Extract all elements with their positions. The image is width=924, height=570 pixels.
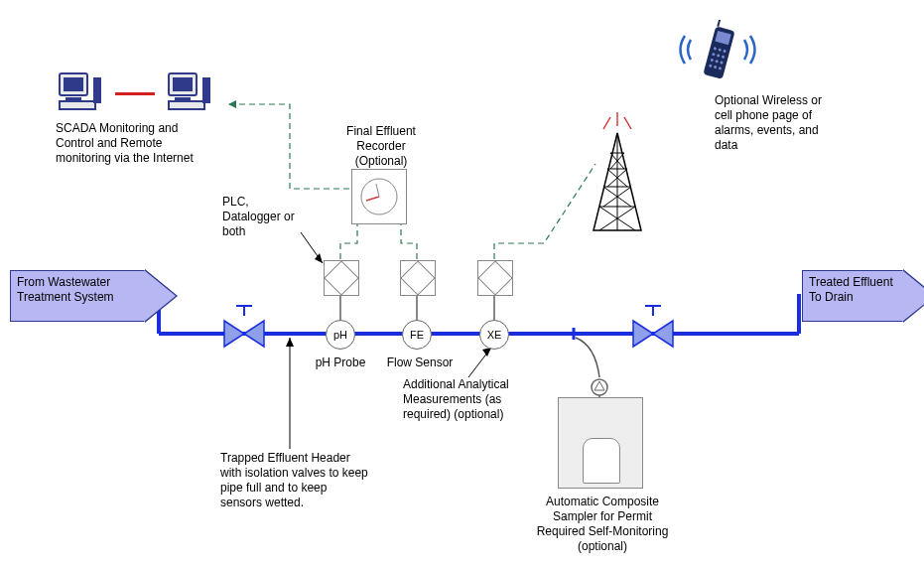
xe-sensor: XE [479, 320, 509, 350]
flow-sensor-code: FE [410, 329, 424, 341]
sampler-label: Automatic Composite Sampler for Permit R… [528, 495, 677, 554]
plc-box-xe [477, 260, 513, 296]
svg-marker-23 [653, 321, 673, 347]
svg-rect-24 [325, 261, 358, 295]
isolation-valve-left [222, 319, 266, 349]
cell-phone-icon [699, 20, 738, 92]
svg-rect-38 [169, 101, 204, 109]
scada-label: SCADA Monitoring and Control and Remote … [56, 121, 224, 166]
svg-line-68 [718, 20, 720, 27]
svg-rect-39 [202, 77, 210, 103]
network-link-icon [115, 92, 155, 95]
effluent-recorder [351, 169, 407, 224]
svg-marker-17 [286, 338, 294, 347]
xe-sensor-label: Additional Analytical Measurements (as r… [403, 377, 542, 422]
computer-icon-2 [167, 71, 214, 116]
recorder-subtitle: (Optional) [333, 154, 429, 169]
plc-label: PLC, Datalogger or both [222, 195, 312, 239]
ph-sensor: pH [326, 320, 355, 350]
composite-sampler [558, 397, 643, 489]
wireless-label: Optional Wireless or cell phone page of … [715, 93, 854, 153]
svg-marker-10 [228, 100, 236, 108]
recorder-title: Final Effluent Recorder [333, 124, 429, 154]
input-source-box: From Wastewater Treatment System [10, 270, 145, 322]
svg-rect-32 [66, 97, 81, 100]
computer-icon-1 [58, 71, 105, 116]
svg-rect-37 [175, 97, 191, 100]
plc-box-fe [400, 260, 436, 296]
svg-rect-33 [60, 101, 95, 109]
plc-box-ph [324, 260, 359, 296]
ph-sensor-label: pH Probe [314, 356, 367, 370]
ph-sensor-code: pH [333, 329, 347, 341]
svg-marker-15 [315, 253, 323, 263]
output-destination-label: Treated Effluent To Drain [809, 275, 896, 305]
input-source-label: From Wastewater Treatment System [17, 275, 138, 305]
svg-rect-25 [401, 261, 435, 295]
output-destination-box: Treated Effluent To Drain [802, 270, 903, 322]
svg-rect-36 [173, 77, 193, 91]
svg-rect-34 [93, 77, 101, 103]
svg-rect-31 [64, 77, 83, 91]
flow-sensor: FE [402, 320, 432, 350]
header-note: Trapped Effluent Header with isolation v… [220, 451, 399, 510]
flow-sensor-label: Flow Sensor [385, 356, 455, 370]
svg-rect-26 [478, 261, 512, 295]
svg-marker-20 [224, 321, 244, 347]
xe-sensor-code: XE [487, 329, 502, 341]
svg-marker-21 [244, 321, 264, 347]
svg-marker-22 [633, 321, 653, 347]
isolation-valve-right [631, 319, 675, 349]
radio-tower-icon [588, 127, 647, 239]
